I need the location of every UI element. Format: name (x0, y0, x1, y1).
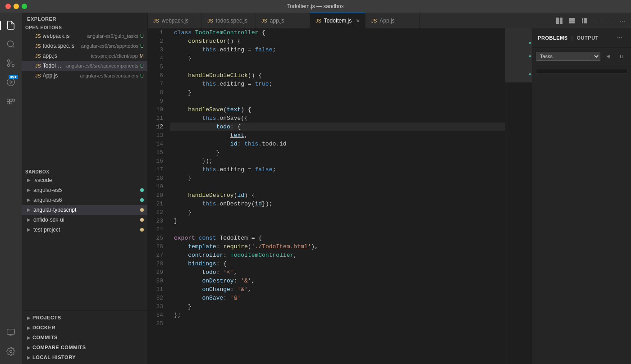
panel-local-history[interactable]: ▶ LOCAL HISTORY (22, 352, 147, 362)
js-file-icon: JS (35, 33, 41, 39)
tab-appjs[interactable]: JS app.js (256, 13, 310, 28)
token: ; (272, 165, 276, 174)
open-editor-todos[interactable]: JS todos.spec.js angular-es6/src/app/tod… (22, 41, 147, 51)
file-name-todoitem: TodoItem.js (43, 63, 63, 69)
tab-output[interactable]: OUTPUT (576, 35, 599, 41)
folder-test-project[interactable]: ▶ test-project (22, 225, 147, 235)
open-editor-app[interactable]: JS app.js test-project/client/app M (22, 51, 147, 61)
open-editors-title: OPEN EDITORS (22, 23, 147, 31)
panel-placeholder (536, 69, 627, 73)
code-line-16: }); (170, 157, 505, 165)
debug-badge: 99+ (9, 75, 18, 79)
code-line-14: id: this.todo.id (170, 140, 505, 148)
token: , (251, 277, 255, 285)
token: }); (262, 200, 272, 208)
toggle-panel-button[interactable] (566, 15, 578, 27)
tab-problems[interactable]: PROBLEMS (538, 35, 568, 41)
minimap (505, 28, 532, 364)
token (174, 268, 202, 277)
code-line-12: todo: { (170, 123, 505, 131)
token: () { (227, 37, 241, 46)
code-line-32: onSave: '&' (170, 294, 505, 302)
panel-more-button[interactable]: ··· (614, 32, 626, 44)
tab-app[interactable]: JS App.js (366, 13, 420, 28)
split-view-btn[interactable]: ⊞ (602, 50, 614, 62)
maximize-button[interactable] (22, 4, 27, 9)
tab-label-appjs: app.js (270, 18, 284, 24)
navigate-back-button[interactable]: ← (591, 15, 603, 27)
folder-angular-typescript[interactable]: ▶ angular-typescript (22, 205, 147, 215)
token (174, 259, 188, 268)
token: const (199, 234, 220, 242)
folder-angular-es6[interactable]: ▶ angular-es6 (22, 195, 147, 205)
more-actions-button[interactable]: ··· (617, 15, 628, 27)
navigate-forward-button[interactable]: → (604, 15, 616, 27)
token: class (174, 28, 195, 37)
file-indicator-appjs: U (140, 73, 144, 78)
file-indicator-app: M (140, 53, 144, 59)
git-activity-icon[interactable] (2, 54, 20, 72)
tasks-dropdown[interactable]: Tasks (536, 52, 600, 61)
code-line-22: } (170, 208, 505, 217)
code-line-26: template: require('./TodoItem.html'), (170, 242, 505, 251)
code-line-6: handleDoubleClick() { (170, 71, 505, 80)
code-editor: 1234567891011121314151617181920212223242… (148, 28, 532, 364)
debug-activity-icon[interactable]: 99+ (2, 73, 20, 91)
token (174, 251, 188, 259)
tab-close-todoitem[interactable]: × (356, 17, 360, 24)
window-controls[interactable] (5, 4, 27, 9)
tab-webpack[interactable]: JS webpack.js (148, 13, 202, 28)
code-line-34: }; (170, 311, 505, 319)
settings-activity-icon[interactable] (2, 342, 20, 360)
open-editor-todoitem[interactable]: JS TodoItem.js angular-es6/src/app/compo… (22, 61, 147, 71)
tab-todos[interactable]: JS todos.spec.js (202, 13, 256, 28)
minimize-button[interactable] (14, 4, 19, 9)
token: .todo.id (258, 140, 286, 148)
folder-name-vscode: .vscode (33, 177, 52, 183)
tab-label-todos: todos.spec.js (216, 18, 247, 24)
line-number-25: 25 (148, 234, 167, 242)
close-button[interactable] (5, 4, 11, 9)
token: : (230, 285, 238, 294)
token: , (293, 251, 297, 259)
files-activity-icon[interactable] (2, 16, 20, 34)
folder-vscode[interactable]: ▶ .vscode (22, 175, 147, 185)
extensions-activity-icon[interactable] (2, 92, 20, 110)
folder-name-typescript: angular-typescript (33, 207, 76, 213)
panel-arrow: ▶ (27, 315, 31, 320)
folder-name-es5: angular-es5 (33, 187, 62, 193)
code-line-10: handleSave(text) { (170, 105, 505, 114)
token (174, 46, 202, 54)
panel-projects[interactable]: ▶ PROJECTS (22, 313, 147, 323)
line-number-19: 19 (148, 182, 167, 191)
toggle-sidebar-button[interactable] (579, 15, 590, 27)
panel-compare-commits[interactable]: ▶ COMPARE COMMITS (22, 342, 147, 352)
line-number-7: 7 (148, 80, 167, 88)
folder-angular-es5[interactable]: ▶ angular-es5 (22, 185, 147, 195)
token: : { (230, 123, 241, 131)
remote-icon[interactable] (2, 323, 20, 341)
panel-label-projects: PROJECTS (32, 315, 61, 320)
code-line-20: handleDestroy(id) { (170, 191, 505, 200)
token (174, 294, 202, 302)
open-editor-appjs[interactable]: JS App.js angular-es6/src/containers U (22, 71, 147, 81)
folder-arrow: ▶ (27, 227, 32, 232)
open-editor-webpack[interactable]: JS webpack.js angular-es6/gulp_tasks U (22, 31, 147, 41)
folder-onfido[interactable]: ▶ onfido-sdk-ui (22, 215, 147, 225)
folder-arrow: ▶ (27, 197, 32, 202)
token (174, 123, 216, 131)
js-file-icon: JS (35, 63, 41, 68)
code-content[interactable]: class TodoItemController { constructor()… (170, 28, 505, 364)
tab-todoitem[interactable]: JS TodoItem.js × (310, 13, 366, 28)
token (174, 71, 188, 80)
expand-btn[interactable]: ⊔ (616, 50, 627, 62)
split-editor-button[interactable] (553, 15, 565, 27)
svg-rect-10 (10, 102, 12, 104)
folder-name-onfido: onfido-sdk-ui (33, 217, 64, 223)
code-line-1: class TodoItemController { (170, 28, 505, 37)
panel-commits[interactable]: ▶ COMMITS (22, 332, 147, 342)
panel-docker[interactable]: ▶ DOCKER (22, 323, 147, 332)
line-number-24: 24 (148, 225, 167, 234)
search-activity-icon[interactable] (2, 35, 20, 53)
line-number-8: 8 (148, 88, 167, 97)
